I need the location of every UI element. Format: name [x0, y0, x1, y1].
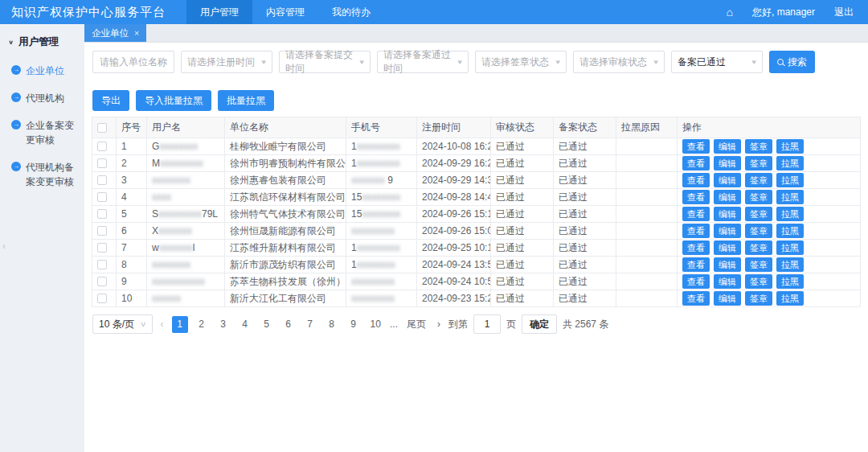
batch-blacklist-button[interactable]: 批量拉黑 — [218, 90, 274, 111]
row-checkbox[interactable] — [97, 142, 107, 151]
page-number[interactable]: 7 — [302, 316, 318, 333]
sign-button[interactable]: 签章 — [745, 257, 772, 272]
blacklist-button[interactable]: 拉黑 — [776, 224, 804, 238]
confirm-button[interactable]: 确定 — [522, 314, 557, 334]
table-row: 6Xxxxxxxx徐州恒晟新能源有限公司xxxxxxxxx2024-09-26 … — [92, 223, 861, 240]
sign-button[interactable]: 签章 — [745, 139, 772, 154]
filter-select[interactable]: 请选择注册时间▾ — [181, 51, 272, 73]
audit-status-cell: 已通过 — [491, 223, 554, 240]
blacklist-button[interactable]: 拉黑 — [776, 190, 804, 204]
sidebar-item[interactable]: →企业单位 — [0, 57, 84, 84]
filter-select[interactable]: 请选择备案通过时间▾ — [377, 51, 469, 73]
edit-button[interactable]: 编辑 — [714, 207, 741, 221]
nav-item[interactable]: 内容管理 — [252, 0, 318, 24]
edit-button[interactable]: 编辑 — [714, 156, 741, 171]
page-number[interactable]: 10 — [367, 316, 384, 333]
sign-button[interactable]: 签章 — [745, 156, 772, 171]
row-checkbox[interactable] — [97, 260, 107, 269]
sign-button[interactable]: 签章 — [745, 173, 772, 187]
edit-button[interactable]: 编辑 — [714, 291, 741, 306]
search-button[interactable]: 搜索 — [769, 51, 815, 73]
keyword-input[interactable] — [92, 51, 174, 73]
logout-button[interactable]: 退出 — [834, 6, 854, 19]
audit-status-cell: 已通过 — [491, 257, 554, 273]
sidebar-group-user-management[interactable]: ∨ 用户管理 — [0, 29, 84, 57]
import-batch-blacklist-button[interactable]: 导入批量拉黑 — [136, 90, 211, 111]
sign-button[interactable]: 签章 — [745, 207, 772, 221]
tab-enterprise-unit[interactable]: 企业单位× — [84, 24, 146, 42]
row-checkbox[interactable] — [97, 175, 107, 185]
next-page-button[interactable]: › — [435, 318, 443, 330]
page-number[interactable]: 4 — [237, 316, 253, 333]
blacklist-button[interactable]: 拉黑 — [776, 257, 804, 272]
view-button[interactable]: 查看 — [682, 240, 710, 255]
page-number[interactable]: 6 — [280, 316, 297, 333]
blacklist-button[interactable]: 拉黑 — [776, 274, 804, 289]
sign-button[interactable]: 签章 — [745, 240, 772, 255]
edit-button[interactable]: 编辑 — [714, 240, 741, 255]
row-checkbox[interactable] — [97, 294, 107, 303]
page-number[interactable]: 5 — [259, 316, 275, 333]
sign-button[interactable]: 签章 — [745, 190, 772, 204]
sign-button[interactable]: 签章 — [745, 274, 772, 289]
prev-page-button[interactable]: ‹ — [158, 318, 166, 330]
jump-page-input[interactable] — [473, 314, 501, 334]
nav-item[interactable]: 我的待办 — [318, 0, 384, 24]
row-checkbox[interactable] — [97, 209, 107, 219]
page-number[interactable]: 2 — [194, 316, 210, 333]
sidebar-item[interactable]: →代理机构备案变更审核 — [0, 154, 84, 195]
phone-cell: 1xxxxxxxx — [346, 257, 417, 273]
view-button[interactable]: 查看 — [682, 173, 710, 187]
edit-button[interactable]: 编辑 — [714, 257, 741, 272]
page-number[interactable]: 1 — [172, 316, 188, 333]
filter-select[interactable]: 请选择签章状态▾ — [475, 51, 567, 73]
username-cell: Mxxxxxxxxx — [147, 155, 225, 172]
row-checkbox[interactable] — [97, 226, 107, 236]
sidebar-item[interactable]: →企业备案变更审核 — [0, 112, 84, 154]
page-number[interactable]: 9 — [346, 316, 362, 333]
view-button[interactable]: 查看 — [682, 139, 710, 154]
sidebar-item[interactable]: →代理机构 — [0, 84, 84, 112]
view-button[interactable]: 查看 — [682, 190, 710, 204]
sign-button[interactable]: 签章 — [745, 224, 772, 238]
page-number[interactable]: 3 — [215, 316, 231, 333]
last-page-button[interactable]: 尾页 — [403, 316, 429, 333]
view-button[interactable]: 查看 — [682, 274, 710, 289]
blacklist-button[interactable]: 拉黑 — [776, 207, 804, 221]
page-number[interactable]: 8 — [324, 316, 340, 333]
sign-button[interactable]: 签章 — [745, 291, 772, 306]
row-checkbox[interactable] — [97, 158, 107, 168]
view-button[interactable]: 查看 — [682, 257, 710, 272]
edit-button[interactable]: 编辑 — [714, 190, 741, 204]
sidebar-collapse-arrow[interactable]: ‹ — [2, 240, 6, 252]
view-button[interactable]: 查看 — [682, 156, 710, 171]
nav-item[interactable]: 用户管理 — [186, 0, 252, 24]
select-all-checkbox[interactable] — [97, 123, 107, 133]
index-cell: 8 — [117, 257, 147, 273]
view-button[interactable]: 查看 — [682, 224, 710, 238]
filter-select[interactable]: 请选择审核状态▾ — [573, 51, 665, 73]
blacklist-button[interactable]: 拉黑 — [776, 139, 804, 154]
blacklist-button[interactable]: 拉黑 — [776, 240, 804, 255]
edit-button[interactable]: 编辑 — [714, 224, 741, 238]
blacklist-button[interactable]: 拉黑 — [776, 291, 804, 306]
circle-arrow-icon: → — [11, 120, 21, 129]
export-button[interactable]: 导出 — [92, 90, 129, 111]
filter-select[interactable]: 备案已通过▾ — [671, 51, 763, 73]
redacted-text: xxxxxxxxx — [357, 141, 400, 152]
filter-select-value: 请选择签章状态 — [481, 55, 549, 69]
edit-button[interactable]: 编辑 — [714, 173, 741, 187]
view-button[interactable]: 查看 — [682, 207, 710, 221]
per-page-select[interactable]: 10 条/页 ∨ — [92, 314, 153, 334]
view-button[interactable]: 查看 — [682, 291, 710, 306]
home-icon[interactable]: ⌂ — [727, 6, 733, 18]
row-checkbox[interactable] — [97, 243, 107, 253]
edit-button[interactable]: 编辑 — [714, 274, 741, 289]
filter-select[interactable]: 请选择备案提交时间▾ — [279, 51, 371, 73]
blacklist-button[interactable]: 拉黑 — [776, 156, 804, 171]
row-checkbox[interactable] — [97, 277, 107, 286]
blacklist-button[interactable]: 拉黑 — [776, 173, 804, 187]
edit-button[interactable]: 编辑 — [714, 139, 741, 154]
row-checkbox[interactable] — [97, 192, 107, 202]
close-icon[interactable]: × — [134, 28, 139, 38]
